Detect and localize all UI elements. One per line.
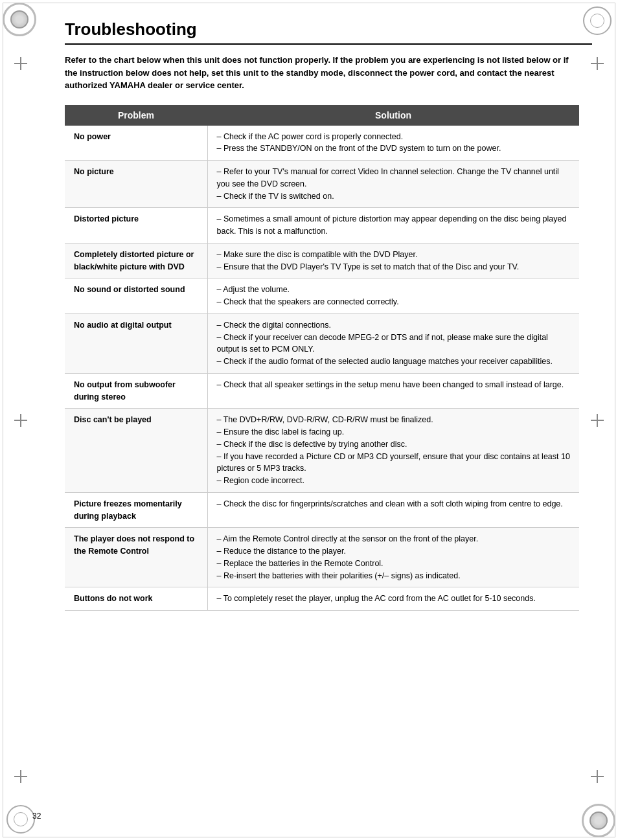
table-cell-problem: No sound or distorted sound (65, 278, 207, 314)
corner-decoration-br (582, 804, 615, 837)
table-cell-problem: No audio at digital output (65, 313, 207, 373)
table-cell-solution: – Check the digital connections.– Check … (207, 313, 579, 373)
table-header-solution: Solution (207, 105, 579, 126)
table-cell-problem: The player does not respond to the Remot… (65, 528, 207, 587)
table-row: Completely distorted picture or black/wh… (65, 243, 579, 278)
table-header-problem: Problem (65, 105, 207, 126)
table-row: Distorted picture– Sometimes a small amo… (65, 208, 579, 244)
table-cell-solution: – Check if the AC power cord is properly… (207, 126, 579, 161)
cross-decoration-bl (14, 770, 27, 783)
table-row: No power– Check if the AC power cord is … (65, 126, 579, 161)
table-cell-problem: No output from subwoofer during stereo (65, 373, 207, 409)
table-cell-solution: – The DVD+R/RW, DVD-R/RW, CD-R/RW must b… (207, 409, 579, 493)
table-cell-solution: – Make sure the disc is compatible with … (207, 243, 579, 278)
corner-decoration-tl (3, 3, 36, 36)
troubleshooting-table: Problem Solution No power– Check if the … (65, 105, 579, 611)
page-number: 32 (32, 812, 41, 821)
table-row: No picture– Refer to your TV's manual fo… (65, 161, 579, 208)
intro-paragraph: Refer to the chart below when this unit … (65, 54, 579, 92)
cross-decoration-tl (14, 57, 27, 70)
table-cell-problem: No power (65, 126, 207, 161)
corner-circle-bl (6, 805, 35, 834)
table-cell-problem: Disc can't be played (65, 409, 207, 493)
table-cell-solution: – Refer to your TV's manual for correct … (207, 161, 579, 208)
table-cell-solution: – Aim the Remote Control directly at the… (207, 528, 579, 587)
cross-decoration-mr (591, 414, 604, 427)
table-cell-solution: – Check that all speaker settings in the… (207, 373, 579, 409)
table-cell-problem: Completely distorted picture or black/wh… (65, 243, 207, 278)
cross-decoration-ml (14, 414, 27, 427)
page-title: Troubleshooting (65, 19, 592, 40)
table-row: Disc can't be played– The DVD+R/RW, DVD-… (65, 409, 579, 493)
table-row: Picture freezes momentarily during playb… (65, 492, 579, 528)
cross-decoration-tr (591, 57, 604, 70)
table-cell-problem: Distorted picture (65, 208, 207, 244)
corner-circle-tr (583, 6, 612, 35)
table-cell-solution: – Sometimes a small amount of picture di… (207, 208, 579, 244)
table-cell-solution: – Check the disc for fingerprints/scratc… (207, 492, 579, 528)
table-cell-problem: Picture freezes momentarily during playb… (65, 492, 207, 528)
table-cell-problem: No picture (65, 161, 207, 208)
table-row: Buttons do not work– To completely reset… (65, 587, 579, 611)
table-cell-solution: – Adjust the volume.– Check that the spe… (207, 278, 579, 314)
table-cell-solution: – To completely reset the player, unplug… (207, 587, 579, 611)
table-row: The player does not respond to the Remot… (65, 528, 579, 587)
table-row: No output from subwoofer during stereo– … (65, 373, 579, 409)
cross-decoration-br (591, 770, 604, 783)
table-row: No audio at digital output– Check the di… (65, 313, 579, 373)
title-divider (65, 43, 592, 45)
table-row: No sound or distorted sound– Adjust the … (65, 278, 579, 314)
table-cell-problem: Buttons do not work (65, 587, 207, 611)
